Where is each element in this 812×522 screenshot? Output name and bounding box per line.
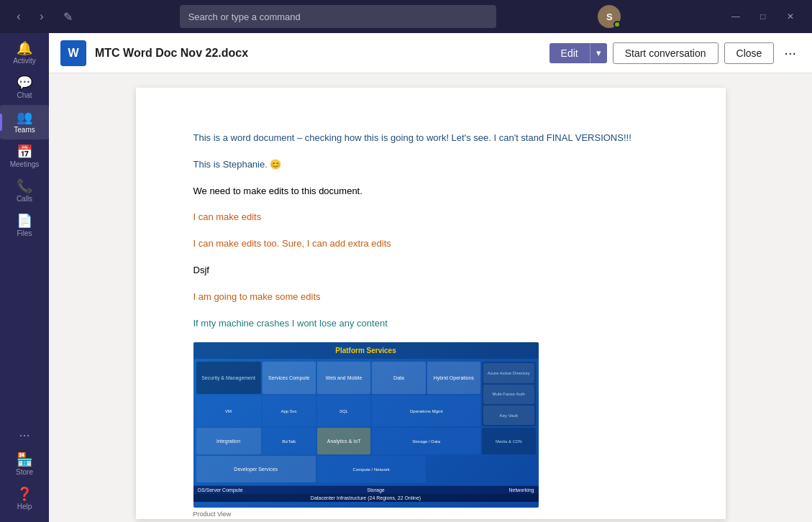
sidebar-label-help: Help [17, 503, 32, 510]
chart-cell-sec-mgmt: Security & Management [196, 362, 261, 394]
chart-ops: Operations Mgmt [372, 395, 480, 427]
chart-analytics: Analytics & IoT [317, 428, 370, 454]
paragraph-4: I can make edits [193, 210, 668, 225]
nav-controls: ‹ › [9, 6, 52, 27]
para2-text: This is Stephanie. 😊 [193, 159, 282, 170]
activity-icon: 🔔 [17, 42, 32, 55]
more-options-button[interactable]: ··· [780, 42, 800, 64]
para6-text: Dsjf [193, 265, 209, 275]
teams-icon: 👥 [17, 111, 32, 124]
chart-infra-row: OS/Server Compute Storage Networking [193, 485, 539, 494]
more-icon: ··· [19, 429, 29, 441]
sidebar-label-chat: Chat [17, 91, 32, 99]
platform-services-chart: Platform Services Security & Management … [193, 342, 539, 508]
sidebar-item-chat[interactable]: 💬 Chat [0, 70, 49, 105]
sidebar-item-meetings[interactable]: 📅 Meetings [0, 139, 49, 174]
close-button[interactable]: ✕ [777, 6, 803, 27]
chart-footer: Datacenter Infrastructure (24 Regions, 2… [193, 494, 539, 502]
close-doc-button[interactable]: Close [724, 42, 775, 64]
sidebar-item-help[interactable]: ❓ Help [0, 482, 49, 516]
edit-button-group: Edit ▾ [549, 43, 607, 63]
edit-button[interactable]: Edit [549, 43, 590, 63]
chart-storage-label: Storage [367, 487, 385, 493]
calls-icon: 📞 [17, 180, 32, 193]
sidebar-bottom: ··· 🏪 Store ❓ Help [0, 423, 49, 522]
sidebar-item-calls[interactable]: 📞 Calls [0, 174, 49, 209]
chart-vm: VM [196, 395, 261, 427]
maximize-button[interactable]: □ [750, 6, 776, 27]
meetings-icon: 📅 [17, 145, 32, 158]
chart-product-view: Product View [193, 510, 668, 518]
para1-text: This is a word document – checking how t… [193, 132, 631, 143]
start-conversation-button[interactable]: Start conversation [613, 42, 719, 64]
chart-app: App Svc [263, 395, 316, 427]
avatar-status [613, 21, 621, 28]
sidebar-item-activity[interactable]: 🔔 Activity [0, 36, 49, 70]
doc-title: MTC Word Doc Nov 22.docx [95, 47, 248, 60]
paragraph-3: We need to make edits to this document. [193, 184, 668, 199]
doc-wrapper: This is a word document – checking how t… [49, 73, 812, 522]
chat-icon: 💬 [17, 76, 32, 89]
word-icon: W [60, 40, 86, 66]
title-bar: ‹ › ✎ Search or type a command S — □ ✕ [0, 0, 812, 33]
sidebar-item-store[interactable]: 🏪 Store [0, 447, 49, 482]
sidebar-item-files[interactable]: 📄 Files [0, 209, 49, 243]
main-area: 🔔 Activity 💬 Chat 👥 Teams 📅 Meetings 📞 C… [0, 33, 812, 522]
sidebar-item-more[interactable]: ··· [0, 423, 49, 447]
para4-text: I can make edits [193, 211, 262, 222]
minimize-button[interactable]: — [723, 6, 749, 27]
paragraph-5: I can make edits too. Sure, I can add ex… [193, 237, 668, 252]
chart-cell-hybrid: Hybrid Operations [427, 362, 480, 394]
content-area: W MTC Word Doc Nov 22.docx Edit ▾ Start … [49, 33, 812, 522]
sidebar-label-meetings: Meetings [10, 160, 40, 168]
chart-integration: Integration [196, 428, 261, 454]
sidebar: 🔔 Activity 💬 Chat 👥 Teams 📅 Meetings 📞 C… [0, 33, 49, 522]
edit-dropdown-button[interactable]: ▾ [590, 43, 607, 63]
para5-text: I can make edits too. Sure, I can add ex… [193, 238, 391, 249]
paragraph-6: Dsjf [193, 263, 668, 278]
paragraph-2: This is Stephanie. 😊 [193, 157, 668, 173]
sidebar-label-calls: Calls [17, 195, 32, 203]
back-button[interactable]: ‹ [9, 6, 29, 27]
user-avatar-container[interactable]: S [598, 5, 621, 28]
doc-actions: Edit ▾ Start conversation Close ··· [549, 42, 800, 64]
chart-networking-label: Networking [508, 487, 534, 493]
sidebar-label-teams: Teams [14, 126, 35, 134]
chart-cell-services: Services Compute [263, 362, 316, 394]
search-bar[interactable]: Search or type a command [180, 5, 496, 28]
sidebar-label-activity: Activity [13, 57, 36, 65]
para3-text: We need to make edits to this document. [193, 186, 362, 196]
chart-compute-more: Compute / Network [317, 456, 426, 482]
chart-footer-text: Datacenter Infrastructure (24 Regions, 2… [311, 495, 421, 500]
help-icon: ❓ [17, 487, 32, 500]
chart-left-icons: Azure Active Directory Multi-Factor Auth… [482, 362, 535, 426]
sidebar-label-store: Store [16, 468, 33, 476]
chart-sql: SQL [317, 395, 370, 427]
para7-text: I am going to make some edits [193, 291, 321, 302]
compose-button[interactable]: ✎ [58, 6, 78, 27]
chart-os-label: OS/Server Compute [198, 487, 243, 493]
paragraph-7: I am going to make some edits [193, 290, 668, 305]
para8-text: If mty machine crashes I wont lose any c… [193, 318, 388, 329]
window-controls: — □ ✕ [723, 6, 803, 27]
paragraph-1: This is a word document – checking how t… [193, 131, 668, 146]
chart-cell-data: Data [372, 362, 425, 394]
chart-media-cdn: Media & CDN [482, 428, 535, 454]
sidebar-item-teams[interactable]: 👥 Teams [0, 105, 49, 139]
chart-developer: Developer Services [196, 456, 316, 482]
search-placeholder: Search or type a command [188, 12, 301, 22]
paragraph-8: If mty machine crashes I wont lose any c… [193, 316, 668, 331]
chart-title: Platform Services [193, 342, 539, 359]
sidebar-label-files: Files [17, 229, 32, 237]
chart-storage-data: Storage / Data [372, 428, 480, 454]
chart-biztalk: BizTalk [263, 428, 316, 454]
doc-header: W MTC Word Doc Nov 22.docx Edit ▾ Start … [49, 33, 812, 73]
files-icon: 📄 [17, 214, 32, 227]
doc-page: This is a word document – checking how t… [136, 88, 726, 519]
forward-button[interactable]: › [32, 6, 52, 27]
chart-cell-web: Web and Mobile [317, 362, 370, 394]
store-icon: 🏪 [17, 453, 32, 466]
